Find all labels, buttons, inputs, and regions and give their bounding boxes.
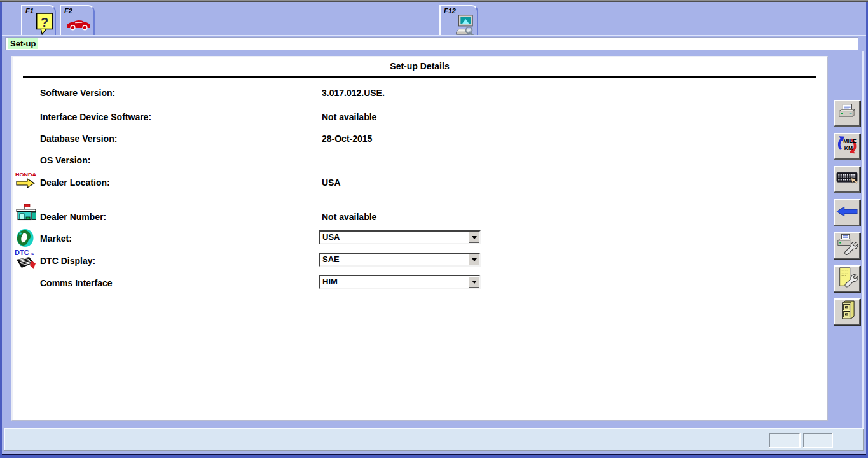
chevron-down-icon	[472, 281, 477, 284]
comms-interface-dropdown[interactable]: HIM	[319, 275, 481, 289]
chevron-down-icon	[472, 258, 477, 261]
window-border-top	[0, 0, 868, 2]
database-version-label: Database Version:	[40, 134, 117, 144]
dtc-icon: DTC s	[15, 249, 38, 272]
vehicle-icon	[65, 18, 92, 33]
window-border-left	[0, 2, 2, 458]
back-button[interactable]	[834, 199, 860, 226]
print-setup-icon	[836, 233, 858, 258]
dealer-number-label: Dealer Number:	[40, 212, 106, 222]
software-version-value: 3.017.012.USE.	[322, 88, 385, 98]
page-title: Set-up Details	[13, 61, 827, 71]
print-setup-button[interactable]	[834, 232, 860, 259]
help-icon: ?	[34, 13, 54, 38]
dealer-number-value: Not available	[322, 212, 376, 222]
print-icon	[837, 103, 857, 124]
data-archive-icon	[838, 300, 856, 323]
mile-km-toggle-button[interactable]: MILE KM	[834, 133, 860, 160]
interface-device-software-label: Interface Device Software:	[40, 112, 151, 122]
dealer-location-label: Dealer Location:	[40, 177, 110, 188]
status-bar	[4, 428, 864, 451]
comms-interface-dropdown-button[interactable]	[469, 276, 479, 288]
tab-f2-vehicle[interactable]: F2	[60, 5, 95, 35]
right-panel-divider	[862, 51, 864, 450]
dtc-display-dropdown-button[interactable]	[469, 254, 479, 265]
market-dropdown-button[interactable]	[469, 232, 479, 243]
on-screen-keyboard-icon	[836, 170, 858, 190]
mile-km-toggle-icon: MILE KM	[836, 134, 858, 158]
svg-text:?: ?	[41, 15, 48, 29]
application-window: F1 ? F2 F12	[0, 0, 868, 458]
status-box-2	[803, 433, 833, 448]
toolbar-divider	[2, 35, 866, 36]
dealer-building-icon	[16, 204, 37, 225]
breadcrumb: Set-up	[5, 37, 858, 50]
back-arrow-icon	[836, 205, 858, 220]
tab-f12-system-test[interactable]: F12	[439, 5, 478, 35]
setup-details-panel: Set-up Details Software Version: 3.017.0…	[11, 56, 828, 421]
globe-icon	[16, 228, 34, 250]
f12-key-label: F12	[444, 7, 477, 15]
honda-location-icon: HONDA	[15, 171, 38, 191]
os-version-label: OS Version:	[40, 155, 90, 165]
software-version-label: Software Version:	[40, 88, 115, 98]
window-border-bottom-line	[2, 454, 866, 455]
comms-interface-dropdown-value: HIM	[322, 276, 338, 288]
window-border-bottom	[0, 455, 868, 458]
dtc-display-dropdown[interactable]: SAE	[319, 253, 481, 267]
svg-text:HONDA: HONDA	[15, 172, 36, 177]
dealer-location-value: USA	[322, 177, 341, 188]
database-version-value: 28-Oct-2015	[322, 134, 372, 144]
chevron-down-icon	[472, 236, 477, 239]
svg-text:s: s	[31, 251, 34, 256]
on-screen-keyboard-button[interactable]	[834, 166, 860, 193]
tab-f1-help[interactable]: F1 ?	[21, 5, 56, 35]
data-archive-button[interactable]	[834, 298, 860, 325]
print-button[interactable]	[834, 100, 860, 127]
svg-text:MILE: MILE	[843, 138, 857, 144]
title-rule	[23, 76, 816, 78]
notes-setup-icon	[836, 267, 858, 291]
market-dropdown-value: USA	[322, 232, 340, 243]
dtc-display-label: DTC Display:	[40, 256, 95, 266]
svg-text:KM: KM	[844, 145, 853, 151]
f2-key-label: F2	[64, 7, 93, 15]
svg-text:DTC: DTC	[15, 249, 29, 256]
notes-setup-button[interactable]	[834, 265, 860, 292]
status-box-1	[769, 433, 801, 448]
market-dropdown[interactable]: USA	[319, 230, 481, 244]
dtc-display-dropdown-value: SAE	[322, 254, 340, 265]
breadcrumb-label: Set-up	[8, 38, 38, 49]
interface-device-software-value: Not available	[322, 112, 376, 122]
market-label: Market:	[40, 233, 72, 244]
comms-interface-label: Comms Interface	[40, 278, 113, 288]
